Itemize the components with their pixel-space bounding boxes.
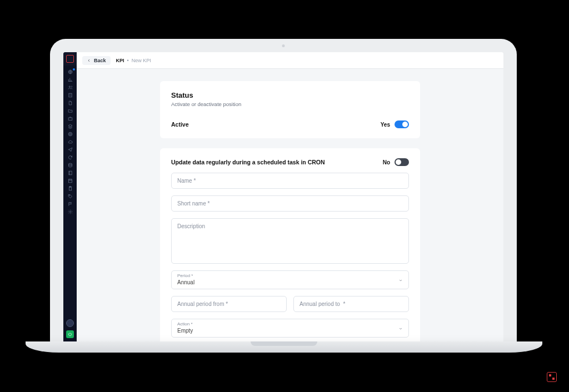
svg-point-1 [69,86,70,87]
power-button[interactable] [66,330,74,338]
cron-label: Update data regularly during a scheduled… [171,159,325,165]
cloud-icon [68,139,73,144]
brand-logo-icon [547,372,557,382]
status-card: Status Activate or deactivate position A… [160,81,420,138]
sidebar-item-cloud[interactable] [63,138,77,145]
period-from-field-wrapper[interactable] [171,296,287,312]
laptop-base [26,341,542,353]
svg-point-5 [69,133,71,135]
breadcrumb-separator: • [127,58,129,63]
sidebar-item-analytics[interactable] [63,76,77,83]
folder-icon [68,108,73,113]
sidebar-item-settings[interactable] [63,208,77,215]
flag-icon [68,202,73,207]
active-label: Active [171,121,189,128]
active-value: Yes [381,122,390,128]
svg-point-4 [68,132,72,136]
database-icon [68,163,73,168]
svg-rect-9 [68,179,72,182]
breadcrumb-current: New KPI [132,58,151,63]
notification-badge [73,68,75,71]
sidebar-item-tag[interactable] [63,192,77,200]
users-icon [68,85,73,90]
breadcrumb: KPI • New KPI [116,58,151,63]
svg-rect-2 [68,93,71,97]
layers-icon [68,124,73,129]
sidebar-item-folder[interactable] [63,107,77,114]
sidebar-item-clipboard[interactable] [63,184,77,192]
send-icon [68,147,73,152]
back-button[interactable]: Back [82,56,111,65]
user-avatar[interactable] [66,319,74,327]
sidebar-item-flag[interactable] [63,200,77,208]
target-icon [68,132,73,137]
shortname-field-wrapper[interactable] [171,195,409,212]
clipboard-icon [68,186,73,191]
back-label: Back [94,58,106,63]
sidebar-item-database[interactable] [63,161,77,169]
action-floating-label: Action * [177,321,403,326]
svg-point-6 [70,134,71,134]
gear-icon [68,209,73,214]
sidebar-item-dashboard[interactable] [63,68,77,76]
sidebar-item-users[interactable] [63,83,77,91]
cron-value: No [383,159,390,165]
screen: Back KPI • New KPI Status Activate or de… [63,52,503,341]
bar-chart-icon [68,77,73,82]
svg-point-12 [69,195,69,195]
tag-icon [68,194,73,199]
app-logo[interactable] [63,52,77,66]
sidebar-item-target[interactable] [63,130,77,138]
description-textarea[interactable] [177,223,403,258]
description-field-wrapper[interactable] [171,218,409,264]
breadcrumb-root[interactable]: KPI [116,58,124,63]
globe-icon [68,69,73,74]
topbar: Back KPI • New KPI [77,52,503,69]
power-icon [68,332,72,336]
period-floating-label: Period * [177,273,403,278]
status-title: Status [171,91,409,99]
name-field-wrapper[interactable] [171,173,409,189]
shortname-input[interactable] [177,200,403,207]
period-from-input[interactable] [177,301,281,307]
main: Back KPI • New KPI Status Activate or de… [77,52,503,341]
file-icon [68,100,73,105]
chevron-down-icon [398,326,403,330]
sidebar-item-boxes[interactable] [63,122,77,130]
period-select[interactable]: Period * Annual [171,270,409,289]
sidebar-item-docs[interactable] [63,99,77,107]
sidebar-item-briefcase[interactable] [63,114,77,122]
arrow-left-icon [87,58,91,63]
refresh-icon [68,155,73,160]
name-input[interactable] [177,178,403,184]
sidebar-item-notebook[interactable] [63,169,77,177]
svg-point-7 [68,163,72,164]
form-card: Update data regularly during a scheduled… [160,148,420,341]
sidebar [63,52,77,341]
action-select[interactable]: Action * Empty [171,319,409,338]
app-logo-icon [66,55,74,63]
period-selected-value: Annual [177,279,194,285]
period-to-input[interactable] [300,301,403,307]
calendar-icon [68,178,73,183]
period-to-field-wrapper[interactable] [293,296,409,312]
notebook-icon [68,170,73,175]
svg-rect-3 [68,118,72,120]
svg-point-13 [69,211,71,212]
svg-rect-8 [68,171,71,175]
status-subtitle: Activate or deactivate position [171,101,409,107]
briefcase-icon [68,116,73,121]
sidebar-item-refresh[interactable] [63,153,77,161]
building-icon [68,93,73,98]
active-toggle[interactable] [395,120,409,128]
cron-toggle[interactable] [395,158,409,166]
chevron-down-icon [398,278,403,282]
sidebar-item-send[interactable] [63,145,77,153]
content-scroll[interactable]: Status Activate or deactivate position A… [77,69,503,341]
sidebar-item-org[interactable] [63,91,77,99]
laptop-frame: Back KPI • New KPI Status Activate or de… [50,39,517,341]
sidebar-item-calendar[interactable] [63,177,77,184]
action-selected-value: Empty [177,328,193,334]
app-root: Back KPI • New KPI Status Activate or de… [63,52,503,341]
